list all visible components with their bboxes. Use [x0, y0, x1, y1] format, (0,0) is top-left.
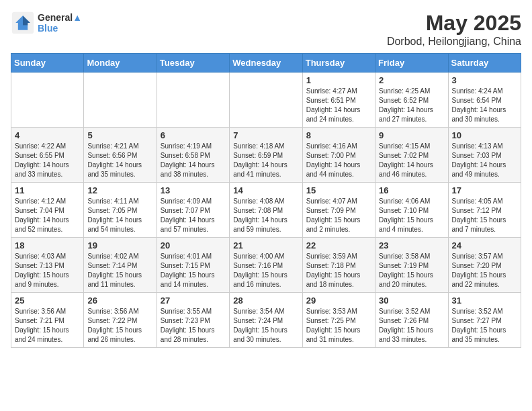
day-number: 19 [87, 240, 152, 250]
day-number: 5 [87, 130, 152, 140]
day-number: 24 [452, 240, 517, 250]
calendar-cell: 1Sunrise: 4:27 AM Sunset: 6:51 PM Daylig… [302, 73, 375, 128]
day-number: 10 [452, 130, 517, 140]
calendar-cell: 11Sunrise: 4:12 AM Sunset: 7:04 PM Dayli… [11, 183, 84, 238]
day-number: 20 [161, 240, 226, 250]
day-info: Sunrise: 3:57 AM Sunset: 7:20 PM Dayligh… [452, 252, 517, 289]
calendar-cell: 12Sunrise: 4:11 AM Sunset: 7:05 PM Dayli… [84, 183, 157, 238]
day-number: 3 [452, 75, 517, 85]
calendar-cell [157, 73, 229, 128]
calendar-cell: 30Sunrise: 3:52 AM Sunset: 7:26 PM Dayli… [375, 293, 448, 348]
day-number: 18 [15, 240, 80, 250]
day-info: Sunrise: 3:59 AM Sunset: 7:18 PM Dayligh… [306, 252, 371, 289]
day-info: Sunrise: 4:18 AM Sunset: 6:59 PM Dayligh… [233, 142, 298, 179]
calendar-cell [230, 73, 302, 128]
calendar-cell: 28Sunrise: 3:54 AM Sunset: 7:24 PM Dayli… [230, 293, 302, 348]
calendar-cell: 24Sunrise: 3:57 AM Sunset: 7:20 PM Dayli… [448, 238, 521, 293]
day-info: Sunrise: 3:55 AM Sunset: 7:23 PM Dayligh… [161, 307, 226, 345]
calendar-cell: 19Sunrise: 4:02 AM Sunset: 7:14 PM Dayli… [84, 238, 157, 293]
calendar-cell: 5Sunrise: 4:21 AM Sunset: 6:56 PM Daylig… [84, 128, 157, 183]
calendar-cell: 21Sunrise: 4:00 AM Sunset: 7:16 PM Dayli… [230, 238, 302, 293]
calendar-cell: 23Sunrise: 3:58 AM Sunset: 7:19 PM Dayli… [375, 238, 448, 293]
calendar-cell: 20Sunrise: 4:01 AM Sunset: 7:15 PM Dayli… [157, 238, 229, 293]
day-info: Sunrise: 4:05 AM Sunset: 7:12 PM Dayligh… [452, 197, 517, 234]
calendar-week-3: 11Sunrise: 4:12 AM Sunset: 7:04 PM Dayli… [11, 183, 521, 238]
calendar-cell: 17Sunrise: 4:05 AM Sunset: 7:12 PM Dayli… [448, 183, 521, 238]
day-info: Sunrise: 3:54 AM Sunset: 7:24 PM Dayligh… [233, 307, 298, 345]
calendar-cell [11, 73, 84, 128]
weekday-header-tuesday: Tuesday [157, 54, 229, 73]
day-info: Sunrise: 3:52 AM Sunset: 7:27 PM Dayligh… [452, 307, 517, 345]
calendar-week-1: 1Sunrise: 4:27 AM Sunset: 6:51 PM Daylig… [11, 73, 521, 128]
day-number: 2 [379, 75, 444, 85]
calendar-body: 1Sunrise: 4:27 AM Sunset: 6:51 PM Daylig… [11, 73, 521, 348]
day-number: 27 [161, 295, 226, 306]
calendar-cell: 13Sunrise: 4:09 AM Sunset: 7:07 PM Dayli… [157, 183, 229, 238]
day-number: 29 [306, 295, 371, 306]
day-number: 6 [161, 130, 226, 140]
day-info: Sunrise: 4:00 AM Sunset: 7:16 PM Dayligh… [233, 252, 298, 289]
day-info: Sunrise: 4:21 AM Sunset: 6:56 PM Dayligh… [87, 142, 152, 179]
calendar-table: SundayMondayTuesdayWednesdayThursdayFrid… [11, 53, 521, 348]
day-info: Sunrise: 4:08 AM Sunset: 7:08 PM Dayligh… [233, 197, 298, 234]
calendar-cell: 8Sunrise: 4:16 AM Sunset: 7:00 PM Daylig… [302, 128, 375, 183]
day-info: Sunrise: 4:09 AM Sunset: 7:07 PM Dayligh… [161, 197, 226, 234]
day-info: Sunrise: 4:01 AM Sunset: 7:15 PM Dayligh… [161, 252, 226, 289]
day-number: 30 [379, 295, 444, 306]
day-number: 16 [379, 185, 444, 195]
calendar-cell [84, 73, 157, 128]
calendar-cell: 27Sunrise: 3:55 AM Sunset: 7:23 PM Dayli… [157, 293, 229, 348]
calendar-week-2: 4Sunrise: 4:22 AM Sunset: 6:55 PM Daylig… [11, 128, 521, 183]
page-subtitle: Dorbod, Heilongjiang, China [387, 36, 521, 48]
calendar-cell: 10Sunrise: 4:13 AM Sunset: 7:03 PM Dayli… [448, 128, 521, 183]
calendar-cell: 26Sunrise: 3:56 AM Sunset: 7:22 PM Dayli… [84, 293, 157, 348]
calendar-cell: 16Sunrise: 4:06 AM Sunset: 7:10 PM Dayli… [375, 183, 448, 238]
calendar-cell: 6Sunrise: 4:19 AM Sunset: 6:58 PM Daylig… [157, 128, 229, 183]
logo-icon [11, 11, 35, 35]
logo: General▲ Blue [11, 11, 82, 35]
logo-text: General▲ Blue [38, 12, 82, 34]
weekday-header-row: SundayMondayTuesdayWednesdayThursdayFrid… [11, 54, 521, 73]
page-title: May 2025 [387, 11, 521, 36]
day-info: Sunrise: 4:15 AM Sunset: 7:02 PM Dayligh… [379, 142, 444, 179]
title-block: May 2025 Dorbod, Heilongjiang, China [387, 11, 521, 48]
day-number: 11 [15, 185, 80, 195]
weekday-header-monday: Monday [84, 54, 157, 73]
day-info: Sunrise: 3:53 AM Sunset: 7:25 PM Dayligh… [306, 307, 371, 345]
day-info: Sunrise: 3:56 AM Sunset: 7:21 PM Dayligh… [15, 307, 80, 345]
calendar-cell: 22Sunrise: 3:59 AM Sunset: 7:18 PM Dayli… [302, 238, 375, 293]
day-number: 8 [306, 130, 371, 140]
day-number: 23 [379, 240, 444, 250]
weekday-header-wednesday: Wednesday [230, 54, 302, 73]
weekday-header-friday: Friday [375, 54, 448, 73]
day-number: 31 [452, 295, 517, 306]
weekday-header-thursday: Thursday [302, 54, 375, 73]
day-info: Sunrise: 4:25 AM Sunset: 6:52 PM Dayligh… [379, 87, 444, 124]
day-info: Sunrise: 3:52 AM Sunset: 7:26 PM Dayligh… [379, 307, 444, 345]
day-number: 13 [161, 185, 226, 195]
day-number: 15 [306, 185, 371, 195]
day-info: Sunrise: 4:13 AM Sunset: 7:03 PM Dayligh… [452, 142, 517, 179]
page-header: General▲ Blue May 2025 Dorbod, Heilongji… [11, 11, 521, 48]
calendar-week-5: 25Sunrise: 3:56 AM Sunset: 7:21 PM Dayli… [11, 293, 521, 348]
calendar-week-4: 18Sunrise: 4:03 AM Sunset: 7:13 PM Dayli… [11, 238, 521, 293]
weekday-header-saturday: Saturday [448, 54, 521, 73]
calendar-cell: 31Sunrise: 3:52 AM Sunset: 7:27 PM Dayli… [448, 293, 521, 348]
day-number: 9 [379, 130, 444, 140]
day-number: 28 [233, 295, 298, 306]
calendar-cell: 15Sunrise: 4:07 AM Sunset: 7:09 PM Dayli… [302, 183, 375, 238]
day-number: 12 [87, 185, 152, 195]
day-info: Sunrise: 4:27 AM Sunset: 6:51 PM Dayligh… [306, 87, 371, 124]
calendar-cell: 25Sunrise: 3:56 AM Sunset: 7:21 PM Dayli… [11, 293, 84, 348]
weekday-header-sunday: Sunday [11, 54, 84, 73]
day-info: Sunrise: 3:58 AM Sunset: 7:19 PM Dayligh… [379, 252, 444, 289]
day-number: 21 [233, 240, 298, 250]
day-info: Sunrise: 4:06 AM Sunset: 7:10 PM Dayligh… [379, 197, 444, 234]
day-info: Sunrise: 4:02 AM Sunset: 7:14 PM Dayligh… [87, 252, 152, 289]
day-number: 17 [452, 185, 517, 195]
day-number: 26 [87, 295, 152, 306]
calendar-cell: 4Sunrise: 4:22 AM Sunset: 6:55 PM Daylig… [11, 128, 84, 183]
day-info: Sunrise: 3:56 AM Sunset: 7:22 PM Dayligh… [87, 307, 152, 345]
calendar-cell: 14Sunrise: 4:08 AM Sunset: 7:08 PM Dayli… [230, 183, 302, 238]
day-info: Sunrise: 4:22 AM Sunset: 6:55 PM Dayligh… [15, 142, 80, 179]
